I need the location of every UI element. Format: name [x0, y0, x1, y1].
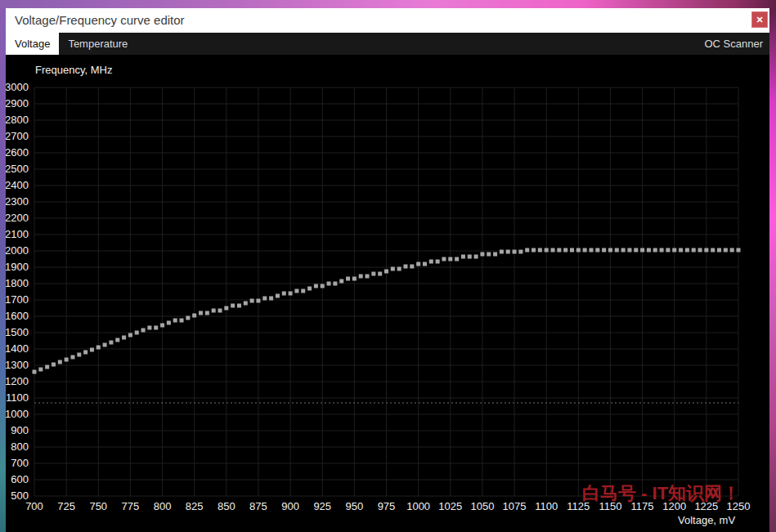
curve-point[interactable]: [237, 304, 241, 308]
curve-point[interactable]: [391, 267, 395, 271]
curve-point[interactable]: [474, 255, 478, 259]
curve-point[interactable]: [672, 248, 676, 253]
curve-point[interactable]: [339, 279, 343, 284]
curve-point[interactable]: [33, 370, 37, 374]
curve-point[interactable]: [96, 346, 101, 350]
curve-point[interactable]: [135, 331, 139, 335]
curve-point[interactable]: [352, 277, 357, 281]
tab-temperature[interactable]: Temperature: [59, 33, 137, 55]
curve-point[interactable]: [167, 321, 171, 325]
curve-point[interactable]: [321, 284, 325, 288]
curve-point[interactable]: [224, 306, 228, 311]
curve-point[interactable]: [518, 250, 523, 254]
curve-point[interactable]: [307, 287, 312, 291]
curve-point[interactable]: [154, 326, 158, 330]
curve-point[interactable]: [493, 253, 497, 257]
curve-point[interactable]: [416, 262, 420, 266]
curve-point[interactable]: [244, 302, 248, 306]
curve-point[interactable]: [371, 272, 375, 276]
curve-point[interactable]: [634, 248, 638, 253]
curve-point[interactable]: [532, 248, 536, 253]
curve-point[interactable]: [461, 255, 465, 259]
curve-point[interactable]: [627, 248, 631, 253]
curve-point[interactable]: [256, 299, 260, 303]
curve-point[interactable]: [294, 289, 298, 293]
curve-point[interactable]: [557, 248, 561, 253]
curve-point[interactable]: [397, 267, 401, 271]
close-button[interactable]: ✕: [751, 11, 768, 28]
curve-point[interactable]: [583, 248, 587, 253]
curve-point[interactable]: [403, 265, 407, 269]
curve-point[interactable]: [301, 289, 305, 293]
curve-point[interactable]: [692, 248, 696, 253]
curve-point[interactable]: [314, 284, 318, 288]
curve-point[interactable]: [621, 248, 626, 253]
curve-point[interactable]: [218, 309, 222, 313]
curve-point[interactable]: [647, 248, 651, 253]
curve-point[interactable]: [38, 368, 43, 372]
curve-point[interactable]: [282, 292, 286, 296]
curve-point[interactable]: [70, 355, 74, 360]
curve-point[interactable]: [455, 257, 459, 262]
curve-point[interactable]: [442, 257, 446, 262]
curve-point[interactable]: [346, 277, 350, 281]
curve-point[interactable]: [615, 248, 619, 253]
curve-point[interactable]: [679, 248, 683, 253]
curve-point[interactable]: [640, 248, 644, 253]
tab-voltage[interactable]: Voltage: [6, 33, 59, 55]
curve-point[interactable]: [192, 314, 196, 318]
curve-point[interactable]: [423, 262, 427, 266]
curve-point[interactable]: [173, 319, 177, 323]
curve-point[interactable]: [576, 248, 581, 253]
curve-point[interactable]: [122, 336, 126, 340]
curve-point[interactable]: [83, 351, 87, 355]
curve-point[interactable]: [147, 326, 151, 330]
curve-point[interactable]: [327, 282, 331, 286]
curve-point[interactable]: [513, 250, 517, 254]
curve-point[interactable]: [685, 248, 689, 253]
curve-point[interactable]: [525, 248, 529, 253]
curve-point[interactable]: [480, 253, 484, 257]
curve-point[interactable]: [589, 248, 593, 253]
curve-point[interactable]: [487, 253, 491, 257]
curve-point[interactable]: [289, 292, 293, 296]
curve-point[interactable]: [205, 311, 209, 315]
curve-point[interactable]: [90, 348, 94, 352]
curve-point[interactable]: [448, 257, 452, 262]
curve-point[interactable]: [724, 248, 728, 253]
curve-point[interactable]: [231, 304, 235, 308]
curve-point[interactable]: [199, 311, 203, 315]
curve-point[interactable]: [698, 248, 702, 253]
curve-point[interactable]: [570, 248, 574, 253]
curve-point[interactable]: [212, 309, 216, 313]
curve-point[interactable]: [704, 248, 708, 253]
curve-point[interactable]: [115, 338, 119, 342]
curve-point[interactable]: [103, 343, 107, 347]
curve-point[interactable]: [186, 316, 190, 320]
curve-point[interactable]: [506, 250, 510, 254]
curve-point[interactable]: [58, 360, 62, 364]
curve-point[interactable]: [500, 250, 504, 254]
curve-point[interactable]: [595, 248, 599, 253]
curve-point[interactable]: [45, 365, 49, 369]
curve-point[interactable]: [538, 248, 542, 253]
curve-point[interactable]: [608, 248, 612, 253]
curve-point[interactable]: [160, 324, 164, 328]
curve-point[interactable]: [410, 265, 414, 269]
curve-point[interactable]: [109, 341, 113, 345]
curve-point[interactable]: [384, 270, 388, 274]
curve-point[interactable]: [730, 248, 734, 253]
curve-point[interactable]: [737, 248, 741, 253]
curve-point[interactable]: [128, 333, 132, 338]
curve-point[interactable]: [429, 260, 433, 264]
curve-point[interactable]: [653, 248, 657, 253]
curve-point[interactable]: [378, 272, 382, 276]
curve-point[interactable]: [602, 248, 606, 253]
curve-point[interactable]: [436, 260, 440, 264]
curve-point[interactable]: [468, 255, 472, 259]
curve-point[interactable]: [359, 275, 363, 279]
curve-point[interactable]: [250, 299, 254, 303]
curve-point[interactable]: [366, 275, 370, 279]
curve-point[interactable]: [77, 353, 81, 357]
curve-point[interactable]: [180, 319, 184, 323]
